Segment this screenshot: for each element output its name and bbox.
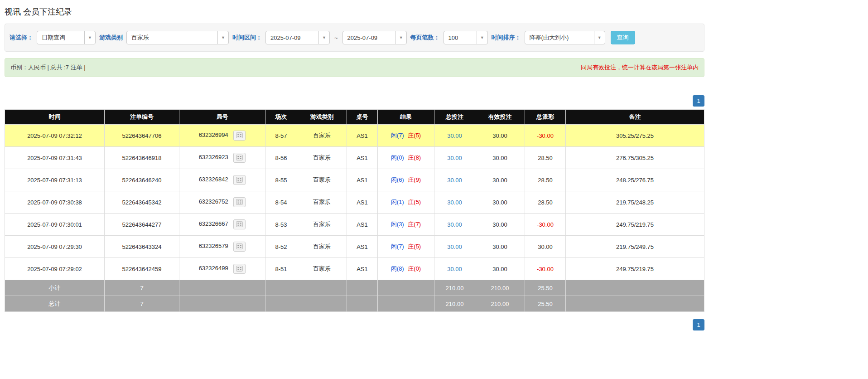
cell-payout: 28.50 <box>525 191 566 214</box>
result-banker: 庄(9) <box>408 176 421 183</box>
date-to-value: 2025-07-09 <box>343 34 395 41</box>
cell-payout: -30.00 <box>525 125 566 147</box>
cell-game-type: 百家乐 <box>297 169 347 191</box>
video-replay-icon[interactable] <box>233 131 246 141</box>
cell-valid-bet: 30.00 <box>475 169 525 191</box>
cell-table-no: AS1 <box>347 236 378 258</box>
cell-session: 8-54 <box>265 191 297 214</box>
page-1-button[interactable]: 1 <box>693 319 704 330</box>
cell-bet-no: 522643642459 <box>105 258 179 280</box>
result-banker: 庄(5) <box>408 132 421 139</box>
summary-cell: 210.00 <box>434 296 475 312</box>
video-replay-icon[interactable] <box>233 219 246 229</box>
filter-bar: 请选择： 日期查询 ▼ 游戏类别 百家乐 ▼ 时间区间： 2025-07-09 … <box>5 24 704 52</box>
summary-cell <box>566 296 704 312</box>
cell-session: 8-53 <box>265 214 297 236</box>
column-header: 总派彩 <box>525 110 566 125</box>
cell-note: 305.25/275.25 <box>566 125 704 147</box>
result-banker: 庄(8) <box>408 154 421 161</box>
cell-note: 219.75/249.75 <box>566 236 704 258</box>
summary-cell: 210.00 <box>475 280 525 296</box>
cell-table-no: AS1 <box>347 214 378 236</box>
cell-table-no: AS1 <box>347 125 378 147</box>
game-type-select[interactable]: 百家乐 ▼ <box>126 31 229 44</box>
round-no-text: 632326994 <box>199 131 228 138</box>
video-replay-icon[interactable] <box>233 242 246 252</box>
cell-time: 2025-07-09 07:31:43 <box>5 147 105 169</box>
page-title: 视讯 会员下注纪录 <box>5 6 704 17</box>
summary-cell <box>265 296 297 312</box>
video-replay-icon[interactable] <box>233 197 246 207</box>
total-bet-link[interactable]: 30.00 <box>447 132 462 139</box>
cell-payout: 30.00 <box>525 236 566 258</box>
cell-table-no: AS1 <box>347 169 378 191</box>
query-type-label: 请选择： <box>10 34 33 42</box>
total-bet-link[interactable]: 30.00 <box>447 243 462 250</box>
column-header: 注单编号 <box>105 110 179 125</box>
cell-valid-bet: 30.00 <box>475 125 525 147</box>
game-type-label: 游戏类别 <box>99 34 123 42</box>
summary-cell: 总计 <box>5 296 105 312</box>
total-bet-link[interactable]: 30.00 <box>447 177 462 184</box>
summary-cell: 25.50 <box>525 280 566 296</box>
round-no-text: 632326579 <box>199 243 228 249</box>
page-1-button[interactable]: 1 <box>693 95 704 107</box>
cell-session: 8-55 <box>265 169 297 191</box>
query-type-select[interactable]: 日期查询 ▼ <box>37 31 96 44</box>
cell-bet-no: 522643643324 <box>105 236 179 258</box>
cell-result: 闲(1) 庄(5) <box>378 191 434 214</box>
round-no-text: 632326923 <box>199 154 228 160</box>
total-bet-link[interactable]: 30.00 <box>447 221 462 228</box>
result-player: 闲(0) <box>391 154 404 161</box>
game-type-value: 百家乐 <box>127 34 217 42</box>
table-row: 2025-07-09 07:31:13 522643646240 6323268… <box>5 169 704 191</box>
summary-row: 总计7210.00210.0025.50 <box>5 296 704 312</box>
cell-total-bet: 30.00 <box>434 258 475 280</box>
cell-session: 8-52 <box>265 236 297 258</box>
sort-select[interactable]: 降幂(由大到小) ▼ <box>525 31 605 44</box>
cell-note: 248.25/276.75 <box>566 169 704 191</box>
result-player: 闲(6) <box>391 176 404 183</box>
cell-note: 276.75/305.25 <box>566 147 704 169</box>
cell-time: 2025-07-09 07:31:13 <box>5 169 105 191</box>
date-from-select[interactable]: 2025-07-09 ▼ <box>265 31 330 44</box>
total-bet-link[interactable]: 30.00 <box>447 199 462 206</box>
sort-label: 时间排序： <box>492 34 521 42</box>
total-bet-link[interactable]: 30.00 <box>447 155 462 161</box>
cell-bet-no: 522643646240 <box>105 169 179 191</box>
cell-game-type: 百家乐 <box>297 125 347 147</box>
search-button[interactable]: 查询 <box>611 31 635 44</box>
table-row: 2025-07-09 07:30:38 522643645342 6323267… <box>5 191 704 214</box>
summary-cell: 小计 <box>5 280 105 296</box>
cell-payout: -30.00 <box>525 258 566 280</box>
cell-total-bet: 30.00 <box>434 169 475 191</box>
cell-round-no: 632326499 <box>179 258 265 280</box>
round-no-text: 632326667 <box>199 220 228 227</box>
summary-bar: 币别：人民币 | 总共 :7 注单 | 同局有效投注，统一计算在该局第一张注单内 <box>5 58 704 77</box>
cell-game-type: 百家乐 <box>297 258 347 280</box>
date-to-select[interactable]: 2025-07-09 ▼ <box>342 31 407 44</box>
cell-result: 闲(3) 庄(7) <box>378 214 434 236</box>
round-no-text: 632326752 <box>199 198 228 205</box>
result-player: 闲(1) <box>391 199 404 205</box>
cell-note: 249.75/219.75 <box>566 258 704 280</box>
sort-value: 降幂(由大到小) <box>525 34 594 42</box>
video-replay-icon[interactable] <box>233 153 246 163</box>
result-banker: 庄(7) <box>408 221 421 228</box>
video-replay-icon[interactable] <box>233 264 246 274</box>
per-page-select[interactable]: 100 ▼ <box>444 31 488 44</box>
cell-payout: 28.50 <box>525 147 566 169</box>
video-replay-icon[interactable] <box>233 175 246 185</box>
summary-cell: 7 <box>105 280 179 296</box>
cell-note: 219.75/248.25 <box>566 191 704 214</box>
summary-cell <box>297 280 347 296</box>
cell-table-no: AS1 <box>347 147 378 169</box>
date-range-separator: ~ <box>333 34 339 41</box>
column-header: 总投注 <box>434 110 475 125</box>
cell-valid-bet: 30.00 <box>475 191 525 214</box>
table-row: 2025-07-09 07:29:02 522643642459 6323264… <box>5 258 704 280</box>
summary-cell <box>566 280 704 296</box>
table-body: 2025-07-09 07:32:12 522643647706 6323269… <box>5 125 704 312</box>
total-bet-link[interactable]: 30.00 <box>447 266 462 272</box>
time-range-label: 时间区间： <box>232 34 262 42</box>
